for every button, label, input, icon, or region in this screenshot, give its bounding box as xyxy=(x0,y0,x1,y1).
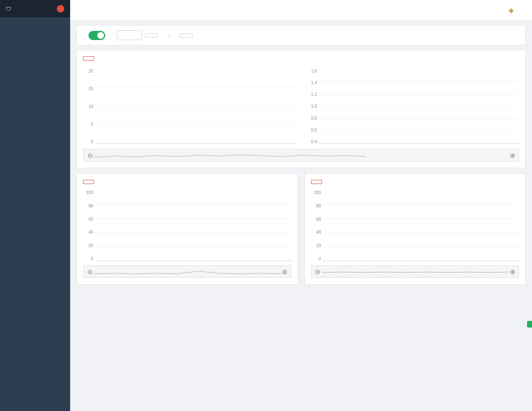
save-days-group xyxy=(114,30,158,40)
cpu-mini-chart xyxy=(94,267,281,276)
cpu-scroll-inner xyxy=(94,267,281,276)
top-bar: ◆ xyxy=(70,0,532,21)
resource-usage-chart: 20 15 10 5 0 xyxy=(83,67,297,146)
diamond-icon: ◆ xyxy=(509,6,514,14)
monitor-toggle-group xyxy=(85,31,105,40)
resource-svg xyxy=(95,69,297,144)
avg-load-scroll[interactable]: ⊖ ⊕ xyxy=(83,149,519,161)
memory-scroll[interactable]: ⊖ ⊕ xyxy=(311,265,519,278)
scroll-right-arrow[interactable]: ⊕ xyxy=(508,151,517,159)
notification-badge xyxy=(57,5,64,13)
avg-load-header xyxy=(83,56,519,61)
memory-panel-header xyxy=(311,180,519,184)
cpu-time-filters xyxy=(291,182,291,182)
load-detail-chart: 1.6 1.4 1.2 1.0 0.8 0.6 0.4 xyxy=(305,67,519,146)
scroll-left-arrow[interactable]: ⊖ xyxy=(86,151,94,159)
customer-service-button[interactable] xyxy=(527,321,532,328)
memory-svg xyxy=(323,190,519,261)
memory-time-filters xyxy=(518,182,519,182)
sidebar-header: 🛡 xyxy=(0,0,70,18)
scroll-inner xyxy=(94,151,508,159)
load-detail-svg xyxy=(319,69,519,144)
cpu-scroll-left[interactable]: ⊖ xyxy=(86,268,94,276)
content-area: 20 15 10 5 0 xyxy=(70,48,532,411)
cpu-title xyxy=(83,180,94,184)
memory-title xyxy=(311,180,322,184)
memory-panel: 100 80 60 40 20 0 xyxy=(304,173,526,285)
cpu-panel: 100 80 60 40 20 0 xyxy=(76,173,298,285)
memory-scroll-right[interactable]: ⊕ xyxy=(508,268,517,276)
cpu-panel-header xyxy=(83,180,291,184)
scroll-mini-chart xyxy=(94,151,508,159)
memory-mini-chart xyxy=(322,267,509,276)
cpu-scroll-right[interactable]: ⊕ xyxy=(281,268,289,276)
cpu-scroll[interactable]: ⊖ ⊕ xyxy=(83,265,291,278)
change-button[interactable] xyxy=(145,33,158,38)
enterprise-badge: ◆ xyxy=(509,6,515,14)
cpu-svg xyxy=(95,190,291,261)
avg-load-charts: 20 15 10 5 0 xyxy=(83,67,519,146)
monitor-toggle-switch[interactable] xyxy=(89,31,105,40)
separator: | xyxy=(168,32,170,38)
shield-icon: 🛡 xyxy=(6,6,11,12)
bottom-charts: 100 80 60 40 20 0 xyxy=(76,173,526,285)
memory-scroll-left[interactable]: ⊖ xyxy=(314,268,322,276)
days-input[interactable] xyxy=(117,30,142,40)
sidebar: 🛡 xyxy=(0,0,70,411)
avg-load-title xyxy=(83,56,94,61)
avg-load-time-filters xyxy=(518,58,519,59)
clear-button[interactable] xyxy=(180,33,193,38)
avg-load-panel: 20 15 10 5 0 xyxy=(76,50,526,168)
top-right-info: ◆ xyxy=(509,6,524,14)
main-content: ◆ | xyxy=(70,0,532,411)
memory-scroll-inner xyxy=(322,267,509,276)
controls-bar: | xyxy=(76,25,526,45)
